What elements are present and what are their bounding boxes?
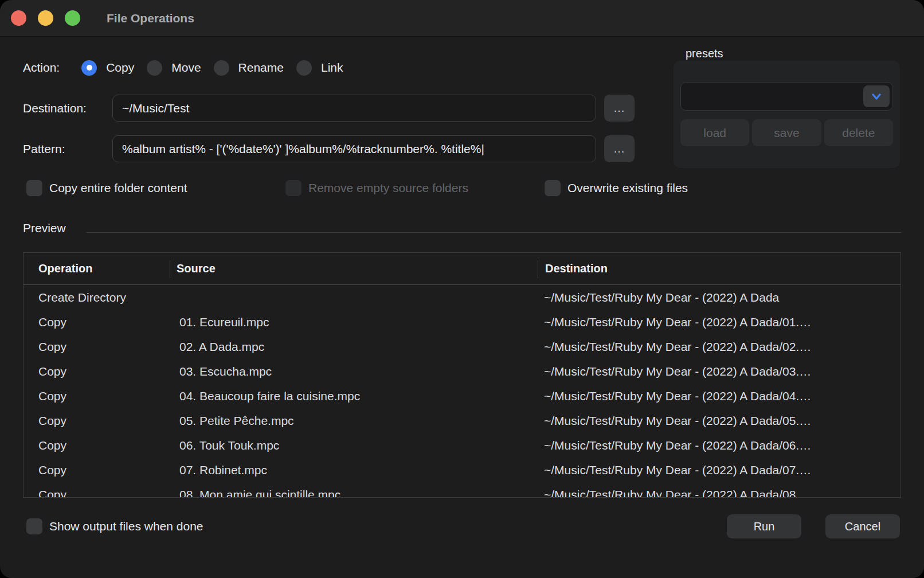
operation-cell: Copy <box>38 439 66 452</box>
preview-row[interactable]: Copy03. Escucha.mpc~/Music/Test/Ruby My … <box>24 359 900 384</box>
preview-row[interactable]: Create Directory~/Music/Test/Ruby My Dea… <box>24 285 900 310</box>
zoom-window-button[interactable] <box>65 10 80 26</box>
destination-browse-button[interactable]: ... <box>604 95 635 122</box>
preview-row[interactable]: Copy07. Robinet.mpc~/Music/Test/Ruby My … <box>24 458 900 482</box>
preview-row[interactable]: Copy06. Touk Touk.mpc~/Music/Test/Ruby M… <box>24 433 900 458</box>
action-row: Action: CopyMoveRenameLink <box>23 56 343 80</box>
radio-label: Rename <box>238 61 284 75</box>
source-cell: 01. Ecureuil.mpc <box>179 315 269 329</box>
show-output-checkbox-row[interactable]: Show output files when done <box>26 518 203 534</box>
destination-cell: ~/Music/Test/Ruby My Dear - (2022) A Dad… <box>544 488 796 498</box>
preview-section-label: Preview <box>23 221 66 235</box>
source-cell: 08. Mon amie qui scintille.mpc <box>179 488 340 498</box>
radio-label: Link <box>321 61 343 75</box>
column-header-destination[interactable]: Destination <box>545 262 608 275</box>
destination-cell: ~/Music/Test/Ruby My Dear - (2022) A Dad… <box>544 389 811 403</box>
destination-cell: ~/Music/Test/Ruby My Dear - (2022) A Dad… <box>544 463 811 477</box>
operation-cell: Copy <box>38 414 66 428</box>
destination-cell: ~/Music/Test/Ruby My Dear - (2022) A Dad… <box>544 340 811 354</box>
file-operations-dialog: File Operations Action: CopyMoveRenameLi… <box>0 0 924 578</box>
operation-cell: Copy <box>38 315 66 329</box>
destination-cell: ~/Music/Test/Ruby My Dear - (2022) A Dad… <box>544 439 811 452</box>
preview-row[interactable]: Copy08. Mon amie qui scintille.mpc~/Musi… <box>24 482 900 498</box>
source-cell: 06. Touk Touk.mpc <box>179 439 279 452</box>
destination-label: Destination: <box>23 101 87 115</box>
preview-table-body: Create Directory~/Music/Test/Ruby My Dea… <box>24 285 900 498</box>
source-cell: 04. Beaucoup faire la cuisine.mpc <box>179 389 360 403</box>
checkbox <box>285 180 302 196</box>
preset-load-button[interactable]: load <box>680 119 749 146</box>
radio-icon[interactable] <box>296 60 312 76</box>
action-radio-rename[interactable]: Rename <box>214 60 284 76</box>
show-output-label: Show output files when done <box>49 520 203 533</box>
action-radio-link[interactable]: Link <box>296 60 343 76</box>
pattern-label: Pattern: <box>23 142 65 156</box>
source-cell: 02. A Dada.mpc <box>179 340 264 354</box>
action-radio-group: CopyMoveRenameLink <box>81 60 343 76</box>
checkbox[interactable] <box>26 180 42 196</box>
action-radio-move[interactable]: Move <box>147 60 201 76</box>
radio-icon[interactable] <box>81 60 97 76</box>
text-caret: | <box>481 142 484 156</box>
preset-buttons-row: loadsavedelete <box>680 119 893 146</box>
preview-table: Operation Source Destination Create Dire… <box>23 252 901 498</box>
preview-divider <box>86 232 901 233</box>
checkbox-label: Copy entire folder content <box>49 181 187 195</box>
close-window-button[interactable] <box>11 10 26 26</box>
destination-cell: ~/Music/Test/Ruby My Dear - (2022) A Dad… <box>544 291 779 304</box>
title-bar: File Operations <box>0 0 924 37</box>
checkbox-label: Remove empty source folders <box>308 181 468 195</box>
operation-cell: Copy <box>38 340 66 354</box>
radio-label: Copy <box>106 61 134 75</box>
presets-group: loadsavedelete <box>674 61 900 168</box>
action-label: Action: <box>23 61 60 75</box>
option-checkbox-row[interactable]: Remove empty source folders <box>285 180 468 196</box>
operation-cell: Copy <box>38 463 66 477</box>
column-header-operation[interactable]: Operation <box>38 262 92 275</box>
destination-cell: ~/Music/Test/Ruby My Dear - (2022) A Dad… <box>544 315 811 329</box>
destination-cell: ~/Music/Test/Ruby My Dear - (2022) A Dad… <box>544 414 811 428</box>
preset-select[interactable] <box>680 82 893 111</box>
minimize-window-button[interactable] <box>38 10 53 26</box>
operation-cell: Copy <box>38 365 66 378</box>
pattern-browse-button[interactable]: ... <box>604 135 635 162</box>
preset-save-button[interactable]: save <box>752 119 821 146</box>
preview-table-header: Operation Source Destination <box>24 253 900 285</box>
presets-label: presets <box>686 47 723 60</box>
option-checkbox-row[interactable]: Overwrite existing files <box>545 180 688 196</box>
action-radio-copy[interactable]: Copy <box>81 60 134 76</box>
preset-dropdown-button[interactable] <box>863 85 890 107</box>
operation-cell: Create Directory <box>38 291 126 304</box>
chevron-down-icon <box>870 90 883 103</box>
column-separator[interactable] <box>538 260 538 278</box>
operation-cell: Copy <box>38 389 66 403</box>
radio-icon[interactable] <box>214 60 229 76</box>
checkbox[interactable] <box>545 180 561 196</box>
pattern-value: %album artist% - ['('%date%')' ]%album%/… <box>122 142 481 156</box>
radio-icon[interactable] <box>147 60 162 76</box>
destination-value: ~/Music/Test <box>122 101 189 115</box>
preview-row[interactable]: Copy01. Ecureuil.mpc~/Music/Test/Ruby My… <box>24 310 900 334</box>
source-cell: 03. Escucha.mpc <box>179 365 272 378</box>
source-cell: 05. Petite Pêche.mpc <box>179 414 294 428</box>
run-button[interactable]: Run <box>727 514 801 538</box>
window-title: File Operations <box>107 11 194 25</box>
option-checkbox-row[interactable]: Copy entire folder content <box>26 180 187 196</box>
radio-label: Move <box>171 61 201 75</box>
preview-row[interactable]: Copy02. A Dada.mpc~/Music/Test/Ruby My D… <box>24 334 900 359</box>
destination-cell: ~/Music/Test/Ruby My Dear - (2022) A Dad… <box>544 365 811 378</box>
checkbox-label: Overwrite existing files <box>567 181 688 195</box>
preset-delete-button[interactable]: delete <box>824 119 893 146</box>
column-separator[interactable] <box>170 260 170 278</box>
destination-input[interactable]: ~/Music/Test <box>112 95 596 122</box>
preview-row[interactable]: Copy05. Petite Pêche.mpc~/Music/Test/Rub… <box>24 408 900 433</box>
cancel-button[interactable]: Cancel <box>825 514 900 538</box>
preview-row[interactable]: Copy04. Beaucoup faire la cuisine.mpc~/M… <box>24 384 900 408</box>
pattern-input[interactable]: %album artist% - ['('%date%')' ]%album%/… <box>112 135 596 162</box>
operation-cell: Copy <box>38 488 66 498</box>
source-cell: 07. Robinet.mpc <box>179 463 267 477</box>
column-header-source[interactable]: Source <box>177 262 216 275</box>
show-output-checkbox[interactable] <box>26 518 42 534</box>
